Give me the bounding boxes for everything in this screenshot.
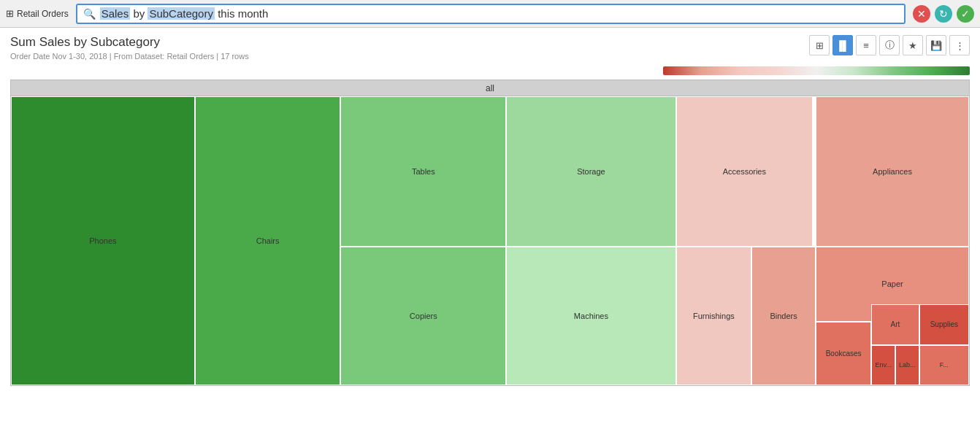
toolbar-pin-btn[interactable]: ★ bbox=[903, 35, 923, 55]
treemap-label-bar: all bbox=[11, 80, 969, 96]
treemap-cell-chairs[interactable]: Chairs bbox=[195, 96, 340, 385]
chart-title-section: Sum Sales by Subcategory Order Date Nov … bbox=[10, 35, 249, 61]
chart-toolbar: ⊞ ▐▌ ≡ ⓘ ★ 💾 ⋮ bbox=[809, 35, 970, 55]
top-bar: ⊞ Retail Orders 🔍 Sales by SubCategory t… bbox=[0, 0, 980, 28]
search-text: Sales by SubCategory this month bbox=[100, 7, 269, 20]
color-legend-bar bbox=[663, 66, 970, 75]
treemap-cell-storage[interactable]: Storage bbox=[506, 96, 675, 247]
search-icon: 🔍 bbox=[83, 8, 96, 20]
chart-subtitle: Order Date Nov 1-30, 2018 | From Dataset… bbox=[10, 52, 249, 61]
top-right-icons: ✕ ↻ ✓ bbox=[913, 5, 974, 23]
toolbar-bar-btn[interactable]: ▐▌ bbox=[832, 35, 853, 55]
toolbar-list-btn[interactable]: ≡ bbox=[856, 35, 876, 55]
treemap-cell-supplies[interactable]: Supplies bbox=[919, 304, 969, 344]
treemap-cell-copiers[interactable]: Copiers bbox=[340, 247, 506, 385]
treemap-cell-art[interactable]: Art bbox=[871, 304, 919, 344]
treemap-cell-appliances[interactable]: Appliances bbox=[816, 96, 969, 247]
treemap-cell-binders[interactable]: Binders bbox=[751, 247, 816, 385]
treemap-cell-bookcases[interactable]: Bookcases bbox=[816, 322, 871, 385]
treemap-body: Phones Chairs Tables Copiers Storage Mac… bbox=[11, 96, 969, 385]
close-button[interactable]: ✕ bbox=[913, 5, 930, 23]
refresh-button[interactable]: ↻ bbox=[935, 5, 952, 23]
treemap-cell-tables[interactable]: Tables bbox=[340, 96, 506, 247]
toolbar-save-btn[interactable]: 💾 bbox=[926, 35, 946, 55]
treemap-cell-labels[interactable]: Lab... bbox=[895, 345, 919, 385]
legend-bar-container bbox=[0, 63, 980, 78]
treemap-container: all Phones Chairs Tables Copiers Storage… bbox=[10, 80, 970, 386]
confirm-button[interactable]: ✓ bbox=[957, 5, 974, 23]
treemap-cell-accessories[interactable]: Accessories bbox=[676, 96, 814, 247]
search-bar[interactable]: 🔍 Sales by SubCategory this month bbox=[76, 4, 906, 24]
app-title: ⊞ Retail Orders bbox=[6, 8, 69, 19]
treemap-cell-phones[interactable]: Phones bbox=[11, 96, 195, 385]
treemap-cell-fasteners[interactable]: F... bbox=[919, 345, 969, 385]
toolbar-info-btn[interactable]: ⓘ bbox=[879, 35, 900, 55]
grid-icon: ⊞ bbox=[6, 8, 14, 19]
chart-header: Sum Sales by Subcategory Order Date Nov … bbox=[0, 28, 980, 63]
treemap-cell-furnishings[interactable]: Furnishings bbox=[676, 247, 752, 385]
toolbar-table-btn[interactable]: ⊞ bbox=[809, 35, 830, 55]
treemap-cell-machines[interactable]: Machines bbox=[506, 247, 675, 385]
treemap-all-label: all bbox=[486, 83, 494, 93]
app-title-text: Retail Orders bbox=[17, 9, 69, 19]
chart-title: Sum Sales by Subcategory bbox=[10, 35, 249, 50]
treemap-cell-envelopes[interactable]: Env... bbox=[871, 345, 895, 385]
toolbar-more-btn[interactable]: ⋮ bbox=[949, 35, 970, 55]
